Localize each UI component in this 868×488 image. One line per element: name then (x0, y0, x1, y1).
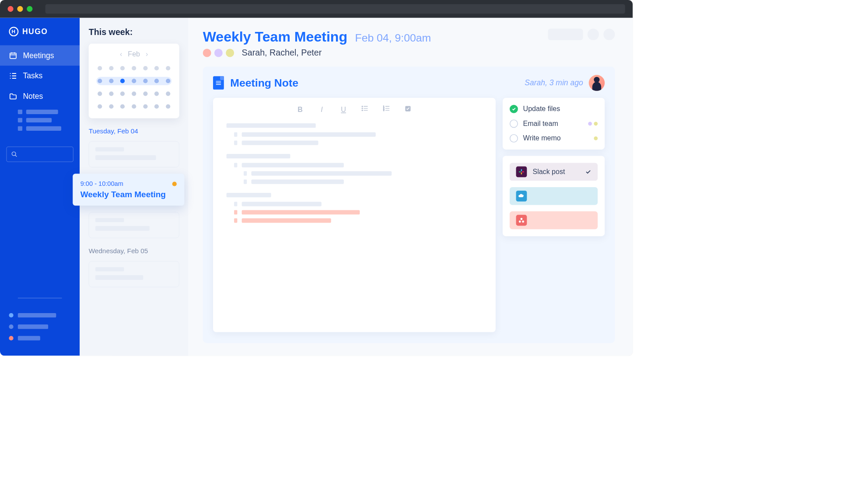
day-label-wednesday: Wednesday, Feb 05 (89, 247, 179, 254)
task-label: Update files (523, 105, 598, 113)
calendar-week-row[interactable] (96, 102, 172, 111)
task-checkbox-icon[interactable] (510, 134, 518, 143)
sidebar-lower-item[interactable] (9, 324, 70, 329)
calendar-week-row-current[interactable] (96, 77, 172, 85)
underline-button[interactable]: U (340, 105, 347, 114)
sidebar-lower-item[interactable] (9, 313, 70, 317)
nav-tasks[interactable]: Tasks (0, 66, 80, 86)
sidebar: H HUGO Meetings Tasks Notes (0, 18, 80, 356)
svg-rect-0 (10, 53, 16, 59)
sub-item[interactable] (18, 118, 71, 122)
svg-point-4 (362, 110, 363, 111)
page-title: Weekly Team Meeting (203, 29, 347, 45)
close-window-button[interactable] (7, 6, 13, 12)
minimize-window-button[interactable] (17, 6, 23, 12)
svg-point-1 (12, 152, 16, 156)
event-badge-icon (172, 181, 177, 186)
integration-asana[interactable] (510, 211, 598, 229)
numbered-list-button[interactable]: 123 (383, 105, 391, 114)
svg-point-2 (362, 106, 363, 107)
bullet-list-button[interactable] (361, 105, 369, 114)
search-input[interactable] (7, 146, 74, 162)
header-action-button[interactable] (548, 29, 583, 40)
task-checkbox-icon[interactable] (510, 119, 518, 128)
integrations-card: Slack post (503, 156, 605, 236)
task-row[interactable]: Email team (510, 119, 598, 128)
task-row[interactable]: Write memo (510, 134, 598, 143)
attendee-avatar[interactable] (203, 49, 211, 57)
nav-notes[interactable]: Notes (0, 86, 80, 107)
note-editor[interactable]: B I U 123 (213, 98, 496, 332)
svg-point-13 (520, 218, 522, 220)
attendees-names: Sarah, Rachel, Peter (242, 48, 322, 58)
event-card-placeholder[interactable] (89, 141, 179, 167)
sub-item[interactable] (18, 126, 71, 131)
svg-rect-10 (519, 171, 521, 172)
attendees-row: Sarah, Rachel, Peter (203, 48, 615, 58)
header-action-icon-button[interactable] (588, 29, 599, 40)
svg-rect-11 (521, 172, 522, 174)
attendee-avatar[interactable] (226, 49, 234, 57)
nav-label: Notes (23, 92, 43, 101)
check-icon (585, 169, 592, 175)
bold-button[interactable]: B (296, 105, 304, 114)
integration-salesforce[interactable] (510, 187, 598, 205)
checklist-button[interactable] (405, 105, 412, 114)
week-panel: This week: ‹ Feb › (80, 18, 188, 356)
task-row[interactable]: Update files (510, 105, 598, 113)
calendar-week-row[interactable] (96, 90, 172, 98)
event-card-placeholder[interactable] (89, 261, 179, 287)
meeting-note-card: Meeting Note Sarah, 3 min ago B I U (203, 66, 615, 343)
calendar-icon (9, 51, 17, 59)
document-icon (213, 76, 224, 90)
maximize-window-button[interactable] (27, 6, 32, 12)
attendee-avatar[interactable] (214, 49, 223, 57)
traffic-lights (7, 6, 32, 12)
calendar-week-row[interactable] (96, 64, 172, 73)
event-time: 9:00 - 10:00am (80, 180, 123, 188)
italic-button[interactable]: I (318, 105, 326, 114)
svg-text:3: 3 (383, 109, 385, 111)
note-meta: Sarah, 3 min ago (525, 78, 583, 87)
window-titlebar (0, 0, 633, 18)
notes-subitems (0, 106, 80, 137)
event-card-selected[interactable]: 9:00 - 10:00am Weekly Team Meeting (73, 174, 184, 206)
list-icon (9, 72, 17, 80)
brand-name: HUGO (22, 27, 48, 36)
nav-label: Tasks (23, 71, 42, 80)
prev-month-button[interactable]: ‹ (120, 50, 122, 58)
integration-slack[interactable]: Slack post (510, 163, 598, 181)
day-label-tuesday: Tuesday, Feb 04 (89, 127, 179, 135)
search-icon (11, 151, 18, 158)
asana-icon (516, 215, 527, 226)
sub-item[interactable] (18, 110, 71, 114)
url-bar[interactable] (46, 4, 625, 14)
mini-calendar: ‹ Feb › (89, 44, 179, 119)
svg-point-15 (522, 220, 524, 223)
task-checkbox-done-icon[interactable] (510, 105, 518, 113)
sidebar-divider (18, 298, 62, 298)
week-heading: This week: (89, 28, 179, 38)
event-card-placeholder[interactable] (89, 212, 179, 238)
page-datetime: Feb 04, 9:00am (355, 31, 431, 44)
next-month-button[interactable]: › (146, 50, 148, 58)
nav-label: Meetings (23, 51, 54, 60)
svg-point-14 (519, 220, 521, 223)
brand-logo-icon: H (9, 27, 18, 36)
main-content: Weekly Team Meeting Feb 04, 9:00am Sarah… (188, 18, 633, 356)
brand: H HUGO (0, 27, 80, 45)
nav-meetings[interactable]: Meetings (0, 45, 80, 66)
svg-rect-12 (522, 171, 524, 172)
task-label: Write memo (523, 134, 589, 143)
svg-rect-9 (521, 169, 522, 171)
folder-icon (9, 92, 17, 101)
integration-label: Slack post (532, 167, 565, 176)
author-avatar[interactable] (589, 75, 605, 91)
tasks-card: Update files Email team Write memo (503, 98, 605, 150)
event-title: Weekly Team Meeting (80, 189, 177, 199)
sidebar-lower-item[interactable] (9, 336, 70, 340)
salesforce-icon (516, 191, 527, 202)
header-action-icon-button[interactable] (603, 29, 615, 40)
slack-icon (516, 167, 527, 178)
task-label: Email team (523, 119, 583, 128)
